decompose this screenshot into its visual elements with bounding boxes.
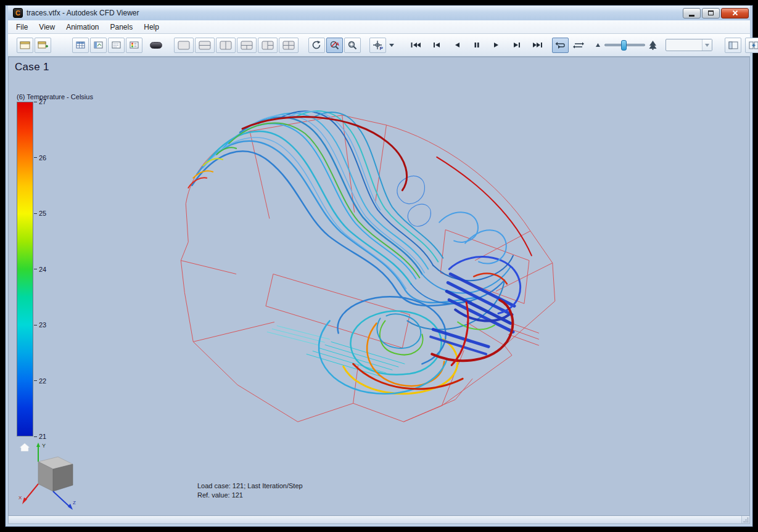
tick-mark xyxy=(34,269,37,269)
tick-mark xyxy=(34,213,37,214)
streamlines-group xyxy=(192,111,513,329)
menu-item[interactable]: Help xyxy=(138,20,165,33)
legend-panel-button[interactable] xyxy=(126,38,142,53)
minimize-button[interactable] xyxy=(683,8,701,18)
new-view-icon xyxy=(38,41,48,49)
previous-frame-icon xyxy=(431,41,441,49)
pane-group xyxy=(725,38,758,53)
window-title: traces.vtfx - Autodesk CFD Viewer xyxy=(27,9,683,17)
legend-color-bar xyxy=(17,102,33,436)
tick-mark xyxy=(34,380,37,381)
add-pane-button[interactable] xyxy=(725,38,741,53)
display-dark-button[interactable] xyxy=(147,38,164,53)
swirl-loops-group xyxy=(319,297,458,394)
layout-split-vertical-button[interactable] xyxy=(216,38,236,53)
cube-right-face[interactable] xyxy=(53,464,73,491)
maximize-button[interactable] xyxy=(702,8,720,18)
rotate-view-button[interactable] xyxy=(308,38,325,53)
tick-mark xyxy=(34,325,37,325)
speed-slider[interactable] xyxy=(604,44,645,46)
layout-split-horizontal-icon xyxy=(199,41,211,50)
menu-item[interactable]: Panels xyxy=(105,20,139,33)
split-pane-button[interactable] xyxy=(745,38,758,53)
pause-button[interactable] xyxy=(468,38,485,53)
report-button[interactable] xyxy=(17,38,33,53)
layout-split-vertical-icon xyxy=(220,41,232,50)
layout-group xyxy=(174,38,299,53)
bounce-button[interactable] xyxy=(570,38,587,53)
cfd-scene[interactable] xyxy=(9,57,749,515)
first-frame-icon xyxy=(410,41,421,49)
y-axis-label: Y xyxy=(42,443,46,449)
frame-select[interactable] xyxy=(665,39,712,51)
menu-item[interactable]: View xyxy=(33,20,60,33)
chevron-down-icon xyxy=(705,44,709,47)
status-line-1: Load case: 121; Last Iteration/Step xyxy=(197,481,303,491)
layout-split-horizontal-button[interactable] xyxy=(195,38,215,53)
layout-three-right-button[interactable] xyxy=(258,38,278,53)
tick-mark xyxy=(34,157,37,158)
probe-menu-button[interactable] xyxy=(387,38,396,53)
speed-slider-handle[interactable] xyxy=(621,40,627,51)
probe-point-icon: P xyxy=(373,40,384,51)
zoom-window-button[interactable] xyxy=(344,38,361,53)
y-axis-arrow xyxy=(36,443,40,447)
panel-group xyxy=(72,38,164,53)
z-axis-arrow xyxy=(68,504,73,510)
svg-text:A: A xyxy=(336,42,339,46)
pause-icon xyxy=(472,41,481,49)
last-frame-button[interactable] xyxy=(529,38,546,53)
menu-item[interactable]: File xyxy=(10,20,33,33)
speed-down-icon xyxy=(595,42,601,48)
app-icon: C xyxy=(13,8,23,18)
loop-icon xyxy=(555,41,566,49)
layout-three-right-icon xyxy=(262,41,274,50)
new-view-button[interactable] xyxy=(35,38,51,53)
frame-select-arrow[interactable] xyxy=(702,39,712,51)
dark-pill-icon xyxy=(150,42,162,49)
previous-frame-button[interactable] xyxy=(427,38,444,53)
legend-panel-icon xyxy=(130,41,139,49)
layout-quad-button[interactable] xyxy=(279,38,299,53)
tick-label: 25 xyxy=(39,210,46,217)
resize-grip[interactable] xyxy=(741,516,749,523)
zoom-window-icon xyxy=(347,40,358,51)
last-frame-icon xyxy=(532,41,543,49)
loop-group xyxy=(552,38,587,53)
tick-label: 21 xyxy=(39,433,46,440)
bottom-scrollbar[interactable] xyxy=(8,516,750,524)
tick-label: 26 xyxy=(39,154,46,162)
title-bar[interactable]: C traces.vtfx - Autodesk CFD Viewer xyxy=(8,6,750,20)
home-icon[interactable] xyxy=(20,443,30,451)
legend-ticks: 27 26 25 24 23 xyxy=(34,102,59,436)
probe-group: P xyxy=(369,38,396,53)
probe-point-button[interactable]: P xyxy=(369,38,386,53)
first-frame-button[interactable] xyxy=(407,38,424,53)
x-axis xyxy=(25,484,38,501)
viewport[interactable]: Case 1 (6) Temperature - Celsius 27 26 2… xyxy=(8,57,750,516)
close-button[interactable] xyxy=(721,8,749,18)
layout-three-bottom-button[interactable] xyxy=(237,38,257,53)
loop-button[interactable] xyxy=(552,38,569,53)
maximize-icon xyxy=(708,10,714,15)
app-window: C traces.vtfx - Autodesk CFD Viewer File… xyxy=(5,5,753,527)
close-icon xyxy=(732,10,738,16)
plot-panel-button[interactable] xyxy=(90,38,107,53)
layout-three-bottom-icon xyxy=(241,41,253,50)
nav-cube[interactable]: Y X Z xyxy=(17,441,79,514)
menu-item[interactable]: Animation xyxy=(60,20,104,33)
nav-cube-graphic[interactable]: Y X Z xyxy=(17,441,79,512)
status-text: Load case: 121; Last Iteration/Step Ref.… xyxy=(197,481,303,500)
tick-label: 23 xyxy=(39,321,46,329)
play-forward-button[interactable] xyxy=(488,38,505,53)
next-frame-icon xyxy=(513,41,522,49)
play-backward-button[interactable] xyxy=(448,38,464,53)
next-frame-button[interactable] xyxy=(509,38,525,53)
layout-single-button[interactable] xyxy=(174,38,194,53)
chevron-down-icon xyxy=(389,44,394,47)
screenshot-root: { "window": { "title": "traces.vtfx - Au… xyxy=(0,0,758,532)
outline-panel-button[interactable] xyxy=(108,38,125,53)
add-pane-icon xyxy=(728,41,738,49)
zoom-area-button[interactable]: A xyxy=(326,38,343,53)
table-button[interactable] xyxy=(72,38,89,53)
